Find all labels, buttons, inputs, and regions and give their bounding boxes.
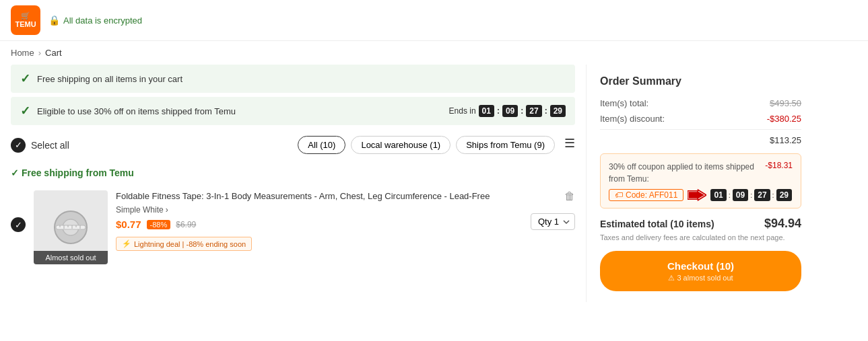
svg-rect-2 (56, 225, 86, 229)
product-title: Foldable Fitness Tape: 3-In-1 Body Measu… (116, 190, 490, 202)
menu-icon[interactable]: ☰ (564, 136, 575, 154)
lock-icon: 🔒 (48, 15, 60, 26)
summary-discount: Item(s) discount: -$380.25 (600, 114, 801, 124)
product-row: ✓ Almost sold ou (11, 184, 575, 271)
product-variant[interactable]: Simple White › (116, 205, 490, 215)
tax-note: Taxes and delivery fees are calculated o… (600, 233, 801, 241)
coupon-code-text: Code: AFF011 (626, 190, 677, 200)
timer-min: 09 (502, 105, 518, 117)
arrow-icon (688, 189, 706, 201)
product-details: Foldable Fitness Tape: 3-In-1 Body Measu… (116, 190, 575, 251)
estimated-total-row: Estimated total (10 items) $94.94 (600, 217, 801, 231)
coupon-timer-badge: Ends in 01 : 09 : 27 : 29 (449, 105, 566, 117)
coupon-timer: 01 : 09 : 27 : 29 (710, 189, 792, 201)
coupon-tag-icon: 🏷 (615, 190, 623, 200)
product-thumbnail-icon (51, 207, 91, 248)
breadcrumb: Home › Cart (0, 41, 868, 65)
coupon-code-tag[interactable]: 🏷 Code: AFF011 (609, 189, 683, 201)
lightning-deal-badge: ⚡ Lightning deal | -88% ending soon (116, 237, 252, 251)
encrypted-badge: 🔒 All data is encrypted (48, 15, 142, 26)
summary-divider (600, 129, 801, 130)
order-summary-title: Order Summary (600, 75, 801, 87)
product-checkbox[interactable]: ✓ (11, 217, 26, 232)
variant-chevron: › (166, 205, 168, 215)
left-panel: ✓ Free shipping on all items in your car… (0, 65, 586, 302)
lightning-icon: ⚡ (122, 239, 131, 248)
summary-items-total: Item(s) total: $493.50 (600, 98, 801, 108)
ct-sep2: : (750, 191, 752, 199)
select-all-area[interactable]: ✓ Select all (11, 138, 69, 153)
check-icon-2: ✓ (20, 104, 30, 118)
check-icon-1: ✓ (20, 71, 30, 86)
breadcrumb-home[interactable]: Home (11, 48, 34, 58)
product-image-wrapper: Almost sold out (34, 190, 108, 264)
filter-temu[interactable]: Ships from Temu (9) (456, 136, 555, 154)
section-free-shipping-label: ✓ Free shipping from Temu (11, 167, 575, 178)
items-discount-label: Item(s) discount: (600, 114, 665, 124)
timer-sep-2: : (521, 106, 523, 116)
timer-sec1: 27 (526, 105, 541, 117)
coupon-banner: ✓ Eligible to use 30% off on items shipp… (11, 97, 575, 125)
product-price-row: $0.77 -88% $6.99 (116, 219, 490, 230)
checkout-label: Checkout (10) (600, 260, 801, 273)
subtotal-value: $113.25 (770, 135, 801, 145)
timer-sec2: 29 (550, 105, 566, 117)
items-total-label: Item(s) total: (600, 98, 648, 108)
timer-hours: 01 (479, 105, 494, 117)
coupon-discount-value: -$18.31 (765, 161, 793, 170)
coupon-timer-s1: 27 (754, 189, 770, 201)
right-panel: Order Summary Item(s) total: $493.50 Ite… (586, 65, 815, 302)
coupon-description: 30% off coupon applied to items shipped … (609, 161, 760, 185)
checkout-sub-label: ⚠ 3 almost sold out (600, 273, 801, 282)
temu-logo[interactable]: 🛒TEMU (11, 5, 40, 35)
qty-selector[interactable]: Qty 1 Qty 2 Qty 3 Qty 4 Qty 5 (531, 213, 575, 230)
timer-sep-3: : (545, 106, 547, 116)
coupon-timer-h: 01 (710, 189, 726, 201)
filter-all[interactable]: All (10) (298, 136, 345, 154)
lightning-deal-text: Lightning deal | -88% ending soon (134, 240, 246, 248)
items-discount-value: -$380.25 (767, 114, 801, 124)
timer-sep-1: : (497, 106, 500, 116)
product-price-current: $0.77 (116, 219, 141, 230)
coupon-row: 30% off coupon applied to items shipped … (609, 161, 793, 185)
product-price-original: $6.99 (176, 220, 196, 229)
free-shipping-banner: ✓ Free shipping on all items in your car… (11, 65, 575, 93)
estimated-total-value: $94.94 (764, 217, 801, 231)
filter-local[interactable]: Local warehouse (1) (351, 136, 450, 154)
encrypted-label: All data is encrypted (63, 15, 142, 26)
qty-dropdown[interactable]: Qty 1 Qty 2 Qty 3 Qty 4 Qty 5 (531, 213, 575, 230)
breadcrumb-current: Cart (45, 48, 62, 58)
ends-in-label: Ends in (449, 106, 476, 116)
main-container: ✓ Free shipping on all items in your car… (0, 65, 868, 302)
ct-sep3: : (772, 191, 774, 199)
product-discount-badge: -88% (147, 220, 171, 229)
coupon-timer-s2: 29 (776, 189, 792, 201)
header: 🛒TEMU 🔒 All data is encrypted (0, 0, 868, 41)
select-all-label[interactable]: Select all (31, 140, 69, 151)
filter-buttons: All (10) Local warehouse (1) Ships from … (298, 136, 575, 154)
breadcrumb-separator: › (38, 48, 41, 58)
summary-subtotal: $113.25 (600, 135, 801, 145)
delete-product-button[interactable]: 🗑 (564, 190, 575, 202)
estimated-total-label: Estimated total (10 items) (600, 219, 714, 229)
items-total-value: $493.50 (770, 98, 801, 108)
almost-sold-out-badge: Almost sold out (34, 251, 108, 264)
ct-sep1: : (729, 191, 731, 199)
coupon-code-row: 🏷 Code: AFF011 01 : 09 : 27 : 29 (609, 189, 793, 201)
checkout-button[interactable]: Checkout (10) ⚠ 3 almost sold out (600, 251, 801, 291)
select-all-checkbox[interactable]: ✓ (11, 138, 26, 153)
coupon-text: Eligible to use 30% off on items shipped… (37, 106, 442, 116)
filter-row: ✓ Select all All (10) Local warehouse (1… (11, 129, 575, 161)
free-shipping-text: Free shipping on all items in your cart (37, 74, 566, 84)
coupon-timer-m: 09 (733, 189, 748, 201)
coupon-section: 30% off coupon applied to items shipped … (600, 153, 801, 209)
